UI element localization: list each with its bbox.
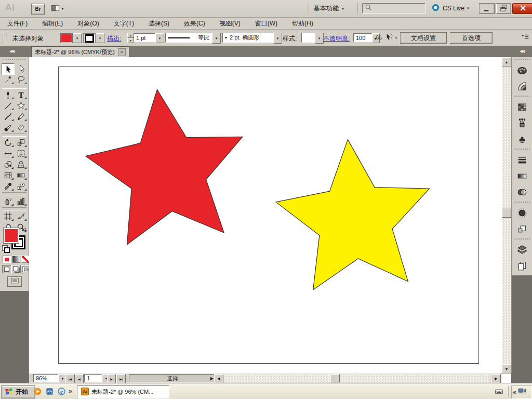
pen-tool[interactable]: [2, 89, 14, 100]
color-guide-panel-button[interactable]: [514, 78, 530, 94]
default-fill-stroke-icon[interactable]: [2, 245, 8, 251]
media-player-icon[interactable]: [33, 387, 42, 397]
none-mode-button[interactable]: [21, 256, 30, 263]
stroke-panel-link[interactable]: 描边:: [107, 34, 121, 43]
draw-behind-button[interactable]: [11, 265, 21, 273]
first-artboard-button[interactable]: |◀: [65, 374, 75, 383]
workspace-switcher[interactable]: 基本功能 ▼: [314, 4, 347, 14]
toolbox-gripper[interactable]: [3, 59, 25, 61]
eraser-tool[interactable]: [15, 122, 27, 132]
gradient-mode-button[interactable]: [12, 256, 20, 263]
color-mode-button[interactable]: [3, 256, 11, 263]
rotate-tool[interactable]: [2, 137, 14, 148]
internet-explorer-icon[interactable]: e: [57, 387, 66, 397]
horizontal-scroll-thumb[interactable]: [330, 374, 340, 382]
menu-item-0[interactable]: 文件(F): [0, 18, 35, 29]
brushes-panel-button[interactable]: [514, 115, 530, 131]
next-artboard-button[interactable]: ▶: [107, 374, 116, 383]
bridge-button[interactable]: Br: [31, 4, 45, 15]
mesh-tool[interactable]: [2, 170, 14, 180]
preferences-button[interactable]: 首选项: [450, 32, 493, 44]
brush-definition-dropdown[interactable]: ▼: [273, 33, 282, 44]
panel-gripper[interactable]: [3, 32, 5, 44]
msn-icon[interactable]: [45, 387, 54, 397]
menu-item-1[interactable]: 编辑(E): [35, 18, 70, 29]
restore-button[interactable]: [496, 3, 511, 14]
stroke-profile-field[interactable]: 等比: [165, 33, 212, 43]
minimize-button[interactable]: [479, 3, 495, 14]
symbol-sprayer-tool[interactable]: [2, 196, 14, 206]
opacity-field[interactable]: 100: [353, 33, 372, 42]
menu-item-4[interactable]: 选择(S): [141, 18, 177, 29]
previous-artboard-button[interactable]: ◀: [75, 374, 84, 383]
yellow-star[interactable]: [276, 140, 430, 290]
blob-brush-tool[interactable]: [2, 122, 14, 132]
perspective-grid-tool[interactable]: [15, 159, 27, 169]
search-box[interactable]: [362, 3, 425, 14]
fill-color-dropdown[interactable]: ▼: [73, 33, 82, 43]
stroke-profile-dropdown[interactable]: ▼: [212, 33, 221, 44]
star-tool[interactable]: [15, 100, 27, 111]
toolbox-collapse-icon[interactable]: ◀◀: [9, 49, 14, 54]
horizontal-scrollbar[interactable]: [223, 374, 490, 382]
gradient-tool[interactable]: [15, 170, 27, 180]
menu-item-7[interactable]: 窗口(W): [248, 18, 285, 29]
fill-color-swatch[interactable]: [60, 33, 73, 43]
stroke-panel-button[interactable]: [514, 152, 530, 168]
search-input[interactable]: [373, 5, 422, 12]
style-field[interactable]: [301, 33, 315, 43]
menu-item-8[interactable]: 帮助(H): [285, 18, 321, 29]
arrange-documents-button[interactable]: ▼: [48, 4, 69, 14]
document-setup-button[interactable]: 文档设置: [400, 32, 447, 44]
direct-selection-tool[interactable]: [16, 63, 28, 74]
artboard-number-field[interactable]: 1: [84, 374, 102, 382]
vertical-scrollbar[interactable]: ▲ ▼: [502, 57, 511, 373]
artboards-panel-button[interactable]: [514, 258, 530, 274]
graphic-styles-panel-button[interactable]: [514, 221, 530, 237]
shape-builder-tool[interactable]: [2, 159, 14, 169]
input-method-icon[interactable]: [495, 387, 503, 397]
scroll-up-button[interactable]: ▲: [502, 57, 511, 66]
network-status-icon[interactable]: [517, 387, 526, 397]
stroke-color-dropdown[interactable]: ▼: [96, 33, 104, 43]
color-panel-button[interactable]: [514, 62, 530, 78]
scroll-down-button[interactable]: ▼: [502, 364, 511, 374]
document-tab[interactable]: 未标题-2* @ 96% (CMYK/预览) ×: [31, 46, 129, 58]
cs-live-button[interactable]: CS Live ▼: [431, 3, 472, 13]
draw-normal-button[interactable]: [2, 265, 11, 273]
last-artboard-button[interactable]: ▶|: [116, 374, 126, 383]
symbols-panel-button[interactable]: ♣: [514, 131, 530, 147]
type-tool[interactable]: T: [15, 89, 27, 100]
menu-item-6[interactable]: 视图(V): [212, 18, 248, 29]
lasso-tool[interactable]: [15, 74, 27, 85]
swap-fill-stroke-icon[interactable]: ⇄: [22, 227, 26, 232]
taskbar-window-button[interactable]: Ai 未标题-2* @ 96% (CM...: [77, 385, 169, 398]
scroll-left-button[interactable]: ◀: [214, 374, 223, 383]
quick-launch-overflow-icon[interactable]: »: [69, 388, 72, 395]
stroke-width-dropdown[interactable]: ▼: [155, 33, 164, 43]
transparency-panel-button[interactable]: [514, 184, 530, 200]
fill-proxy[interactable]: [3, 228, 19, 244]
red-star[interactable]: [86, 89, 243, 245]
status-display-field[interactable]: 选择 ▶: [129, 374, 216, 382]
pencil-tool[interactable]: [15, 111, 27, 122]
scale-tool[interactable]: [15, 137, 27, 148]
canvas-area[interactable]: [29, 57, 502, 373]
status-expand-icon[interactable]: ▶: [210, 376, 214, 381]
artboard-tool[interactable]: [2, 211, 14, 221]
selection-tool[interactable]: [2, 63, 15, 75]
layers-panel-button[interactable]: [514, 242, 530, 258]
vertical-scroll-thumb[interactable]: [502, 208, 511, 218]
close-button[interactable]: [512, 3, 532, 14]
width-tool[interactable]: [2, 148, 14, 158]
gradient-panel-button[interactable]: [514, 168, 530, 184]
line-segment-tool[interactable]: [2, 100, 14, 111]
menu-item-3[interactable]: 文字(T): [107, 18, 141, 29]
stroke-color-swatch[interactable]: [83, 33, 96, 43]
zoom-level-field[interactable]: 96%: [33, 374, 58, 382]
free-transform-tool[interactable]: [15, 148, 27, 158]
magic-wand-tool[interactable]: [2, 74, 14, 85]
scroll-right-button[interactable]: ▶: [491, 374, 501, 383]
style-dropdown[interactable]: ▼: [315, 33, 324, 44]
eyedropper-tool[interactable]: [2, 181, 14, 191]
